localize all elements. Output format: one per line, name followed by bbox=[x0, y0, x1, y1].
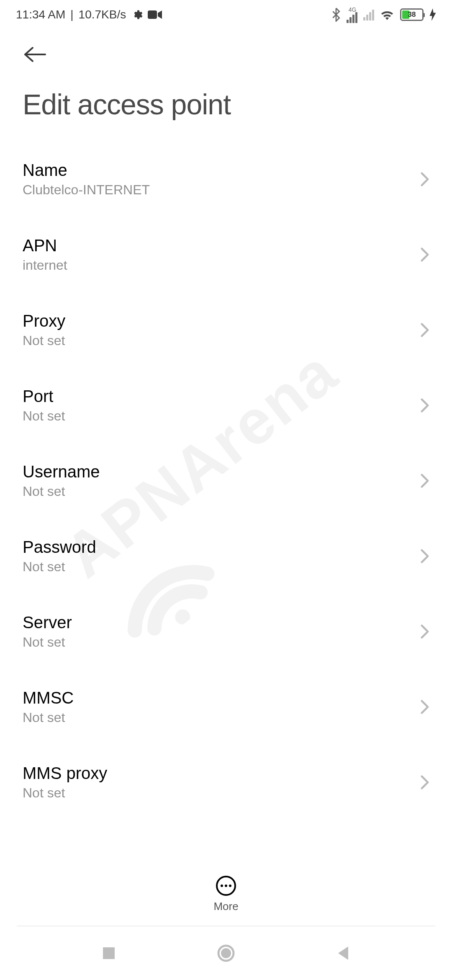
chevron-right-icon bbox=[420, 624, 429, 639]
setting-label: APN bbox=[23, 236, 67, 255]
bluetooth-icon bbox=[331, 8, 341, 22]
chevron-right-icon bbox=[420, 549, 429, 564]
app-bar bbox=[0, 29, 452, 71]
setting-row-username[interactable]: Username Not set bbox=[23, 443, 429, 518]
svg-point-5 bbox=[221, 948, 231, 958]
chevron-right-icon bbox=[420, 398, 429, 413]
charging-icon bbox=[429, 8, 436, 21]
setting-value: internet bbox=[23, 258, 67, 273]
status-netspeed: 10.7KB/s bbox=[79, 8, 126, 21]
chevron-right-icon bbox=[420, 473, 429, 488]
setting-label: Password bbox=[23, 538, 96, 557]
svg-rect-3 bbox=[103, 947, 115, 959]
setting-value: Not set bbox=[23, 634, 72, 650]
setting-label: Server bbox=[23, 613, 72, 632]
setting-label: Name bbox=[23, 161, 150, 180]
status-separator: | bbox=[70, 8, 73, 21]
setting-value: Not set bbox=[23, 559, 96, 575]
setting-label: Port bbox=[23, 387, 65, 406]
back-button[interactable] bbox=[23, 42, 48, 67]
setting-row-password[interactable]: Password Not set bbox=[23, 518, 429, 594]
bottom-toolbar: More bbox=[0, 863, 452, 926]
signal-nosim-icon bbox=[363, 9, 374, 21]
setting-value: Not set bbox=[23, 484, 100, 499]
status-bar: 11:34 AM | 10.7KB/s 4G 3 bbox=[0, 0, 452, 29]
battery-icon: 38 bbox=[400, 8, 424, 21]
nav-back-button[interactable] bbox=[331, 941, 355, 965]
system-nav-bar bbox=[0, 926, 452, 980]
wifi-icon bbox=[380, 9, 394, 21]
nav-home-button[interactable] bbox=[214, 941, 238, 965]
chevron-right-icon bbox=[420, 322, 429, 338]
signal-4g: 4G bbox=[347, 6, 357, 23]
setting-row-server[interactable]: Server Not set bbox=[23, 594, 429, 669]
setting-row-port[interactable]: Port Not set bbox=[23, 368, 429, 443]
settings-list: Name Clubtelco-INTERNET APN internet Pro… bbox=[0, 142, 452, 820]
chevron-right-icon bbox=[420, 172, 429, 187]
setting-value: Clubtelco-INTERNET bbox=[23, 182, 150, 198]
setting-row-apn[interactable]: APN internet bbox=[23, 217, 429, 292]
chevron-right-icon bbox=[420, 775, 429, 790]
setting-label: Proxy bbox=[23, 312, 65, 330]
setting-row-name[interactable]: Name Clubtelco-INTERNET bbox=[23, 142, 429, 217]
video-icon bbox=[148, 10, 162, 20]
more-label: More bbox=[213, 900, 238, 913]
setting-value: Not set bbox=[23, 408, 65, 424]
setting-row-mmsc[interactable]: MMSC Not set bbox=[23, 669, 429, 745]
gear-icon bbox=[131, 9, 143, 21]
page-title: Edit access point bbox=[0, 71, 452, 142]
setting-label: MMS proxy bbox=[23, 764, 107, 783]
setting-row-mms-proxy[interactable]: MMS proxy Not set bbox=[23, 745, 429, 820]
chevron-right-icon bbox=[420, 247, 429, 262]
setting-value: Not set bbox=[23, 333, 65, 348]
setting-value: Not set bbox=[23, 785, 107, 801]
nav-recent-button[interactable] bbox=[97, 941, 121, 965]
setting-row-proxy[interactable]: Proxy Not set bbox=[23, 292, 429, 368]
chevron-right-icon bbox=[420, 699, 429, 714]
more-button[interactable]: More bbox=[213, 876, 238, 913]
more-icon bbox=[216, 876, 236, 896]
setting-label: MMSC bbox=[23, 689, 74, 707]
svg-rect-1 bbox=[148, 10, 157, 19]
setting-label: Username bbox=[23, 462, 100, 481]
status-time: 11:34 AM bbox=[16, 8, 65, 21]
setting-value: Not set bbox=[23, 710, 74, 725]
